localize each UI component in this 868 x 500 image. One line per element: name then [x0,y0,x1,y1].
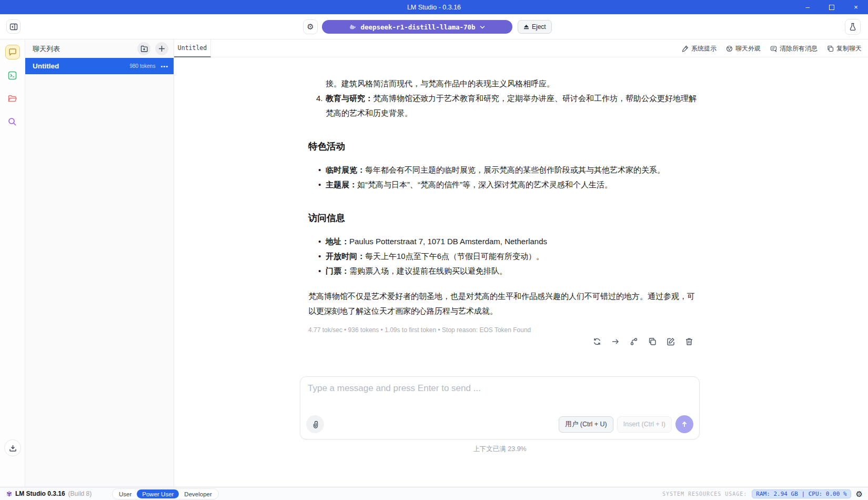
maximize-button[interactable] [820,0,844,14]
lmstudio-logo-icon: ✾ [6,491,12,497]
arrow-right-icon [611,337,620,346]
model-name: deepseek-r1-distill-llama-70b [360,23,475,31]
chat-list-item[interactable]: Untitled 980 tokens ••• [25,58,174,74]
flask-icon [849,23,857,31]
collapse-sidebar-button[interactable] [6,19,21,34]
downloads-button[interactable] [4,439,21,456]
titlebar: LM Studio - 0.3.16 – × [0,0,868,14]
insert-button[interactable]: Insert (Ctrl + I) [617,416,672,433]
delete-message-button[interactable] [683,335,695,348]
clear-all-messages-label: 清除所有消息 [780,44,817,53]
model-settings-button[interactable]: ⚙ [303,19,318,34]
clear-messages-icon [770,45,777,52]
experiments-button[interactable] [845,19,861,35]
list-item-text: 教育与研究：梵高博物馆还致力于艺术教育和研究，定期举办讲座、研讨会和工作坊，帮助… [326,91,700,121]
gear-icon: ⚙ [307,22,314,32]
folder-icon [8,95,17,103]
duplicate-chat-label: 复制聊天 [836,44,862,53]
chat-list-panel: 聊天列表 Untitled 980 tokens ••• [25,39,174,487]
assistant-message: 接。建筑风格简洁而现代，与梵高作品中的表现主义风格相呼应。 4. 教育与研究：梵… [308,76,700,334]
list-item-4: 4. 教育与研究：梵高博物馆还致力于艺术教育和研究，定期举办讲座、研讨会和工作坊… [308,91,700,121]
nav-developer[interactable] [5,68,20,83]
bullet-dot: • [308,177,326,192]
model-selector[interactable]: deepseek-r1-distill-llama-70b [322,20,512,34]
mode-user[interactable]: User [114,489,137,498]
copy-icon [648,337,657,346]
new-folder-button[interactable] [137,42,150,55]
nav-my-models[interactable] [5,91,20,106]
eject-icon [523,24,529,30]
bullet-dot: • [308,249,326,264]
main-area: Untitled 系统提示 聊天外观 清除 [174,39,868,487]
copy-message-button[interactable] [646,335,659,348]
section-heading-visit: 访问信息 [308,212,700,224]
list-number: 4. [308,91,326,121]
list-item-3-continuation: 接。建筑风格简洁而现代，与梵高作品中的表现主义风格相呼应。 [308,76,700,91]
user-role-button[interactable]: 用户 (Ctrl + U) [559,416,613,433]
chat-item-more-icon[interactable]: ••• [160,63,168,69]
send-button[interactable] [675,415,693,433]
nav-rail [0,39,25,487]
status-resources: SYSTEM RESOURCES USAGE: RAM: 2.94 GB | C… [662,487,863,500]
resources-label: SYSTEM RESOURCES USAGE: [662,491,747,497]
terminal-icon [8,71,17,80]
chat-list-header: 聊天列表 [25,39,174,58]
window-controls: – × [795,0,868,14]
mode-developer[interactable]: Developer [179,489,217,498]
mode-switch: User Power User Developer [112,488,219,499]
chat-item-name: Untitled [33,62,130,70]
composer: 用户 (Ctrl + U) Insert (Ctrl + I) [300,376,700,439]
chat-appearance-button[interactable]: 聊天外观 [726,44,761,53]
arrow-up-icon [681,421,688,428]
bullet-theme-shows: • 主题展：如“梵高与日本”、“梵高的信件”等，深入探讨梵高的艺术灵感和个人生活… [308,177,700,192]
regenerate-icon [593,337,601,346]
settings-button[interactable]: ⚙ [856,490,863,498]
tab-untitled[interactable]: Untitled [174,39,211,57]
nav-chat[interactable] [5,45,20,59]
paperclip-icon [311,420,319,428]
app-header: ⚙ deepseek-r1-distill-llama-70b Eject [0,14,868,39]
new-chat-button[interactable] [155,42,168,55]
chat-bubble-icon [8,48,17,56]
context-usage-status: 上下文已满 23.9% [300,445,700,454]
chat-item-tokens: 980 tokens [130,63,156,69]
branch-button[interactable] [628,335,640,348]
search-icon [8,117,17,126]
close-button[interactable]: × [844,0,868,14]
status-bar: ✾ LM Studio 0.3.16 (Build 8) User Power … [0,487,868,500]
copy-icon [827,45,834,52]
mode-power-user[interactable]: Power User [137,489,179,498]
chevron-down-icon [480,25,485,29]
edit-icon [667,337,675,346]
nav-discover[interactable] [5,114,20,129]
clear-all-messages-button[interactable]: 清除所有消息 [770,44,817,53]
deepseek-icon [349,24,356,30]
status-app-info: ✾ LM Studio 0.3.16 (Build 8) [0,490,92,497]
plus-icon [158,45,165,52]
message-input[interactable] [308,383,692,409]
bullet-temp-exhibitions: • 临时展览：每年都会有不同主题的临时展览，展示梵高的某些创作阶段或其与其他艺术… [308,163,700,177]
app-build: (Build 8) [68,490,92,497]
panel-collapse-icon [9,23,18,31]
minimize-button[interactable]: – [795,0,820,14]
generation-stats: 4.77 tok/sec • 936 tokens • 1.09s to fir… [308,326,700,334]
system-prompt-button[interactable]: 系统提示 [682,44,716,53]
attach-file-button[interactable] [306,415,324,433]
eject-model-button[interactable]: Eject [518,20,552,34]
continue-button[interactable] [609,335,622,348]
folder-plus-icon [140,45,148,52]
bullet-hours: • 开放时间：每天上午10点至下午6点（节假日可能有所变动）。 [308,249,700,264]
bullet-dot: • [308,234,326,249]
closing-paragraph: 梵高博物馆不仅是艺术爱好者的朝圣地，也是对梵高的生平和作品感兴趣的人们不可错过的… [308,289,700,318]
edit-message-button[interactable] [664,335,677,348]
palette-icon [726,45,733,52]
duplicate-chat-button[interactable]: 复制聊天 [827,44,862,53]
message-actions [591,335,695,348]
gear-icon: ⚙ [856,489,863,498]
trash-icon [685,337,693,346]
bullet-tickets: • 门票：需购票入场，建议提前在线购买以避免排队。 [308,264,700,278]
window-title: LM Studio - 0.3.16 [0,4,868,11]
regenerate-button[interactable] [591,335,603,348]
download-icon [9,444,17,452]
resources-value[interactable]: RAM: 2.94 GB | CPU: 0.00 % [752,489,851,498]
